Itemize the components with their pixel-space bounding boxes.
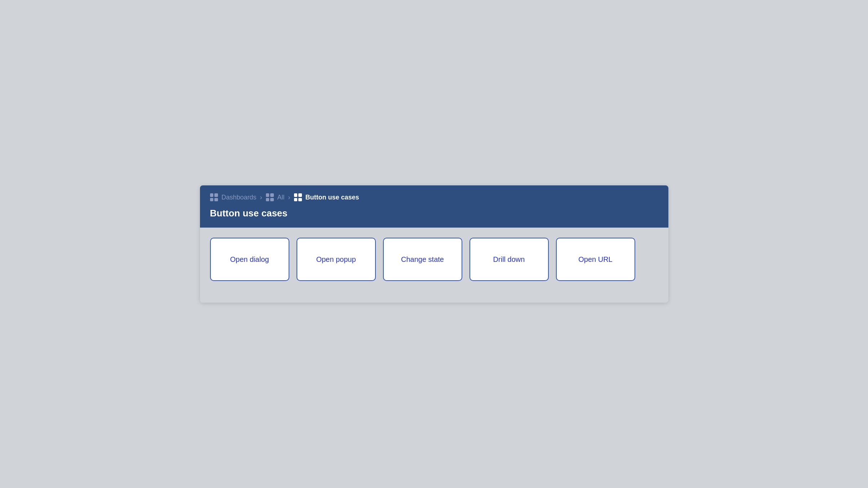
page-title: Button use cases <box>200 208 668 219</box>
drill-down-label: Drill down <box>489 255 529 264</box>
open-popup-card[interactable]: Open popup <box>297 238 376 281</box>
dashboards-icon <box>210 193 218 201</box>
content-area: Open dialog Open popup Change state Dril… <box>200 228 668 303</box>
change-state-card[interactable]: Change state <box>383 238 462 281</box>
breadcrumb-item-current: Button use cases <box>294 193 359 201</box>
all-icon <box>266 193 274 201</box>
breadcrumb-label-dashboards: Dashboards <box>222 194 257 201</box>
header: Dashboards › All › B <box>200 185 668 228</box>
breadcrumb-label-current: Button use cases <box>306 194 359 201</box>
dashboard-container: Dashboards › All › B <box>200 185 668 303</box>
open-url-card[interactable]: Open URL <box>556 238 635 281</box>
breadcrumb: Dashboards › All › B <box>200 185 668 208</box>
open-popup-label: Open popup <box>312 255 360 264</box>
open-url-label: Open URL <box>574 255 617 264</box>
breadcrumb-label-all: All <box>277 194 285 201</box>
breadcrumb-item-all[interactable]: All <box>266 193 285 201</box>
current-icon <box>294 193 302 201</box>
buttons-grid: Open dialog Open popup Change state Dril… <box>210 238 658 281</box>
breadcrumb-separator-1: › <box>260 194 262 201</box>
breadcrumb-item-dashboards[interactable]: Dashboards <box>210 193 257 201</box>
open-dialog-label: Open dialog <box>226 255 273 264</box>
breadcrumb-separator-2: › <box>288 194 290 201</box>
change-state-label: Change state <box>397 255 448 264</box>
drill-down-card[interactable]: Drill down <box>469 238 549 281</box>
open-dialog-card[interactable]: Open dialog <box>210 238 289 281</box>
